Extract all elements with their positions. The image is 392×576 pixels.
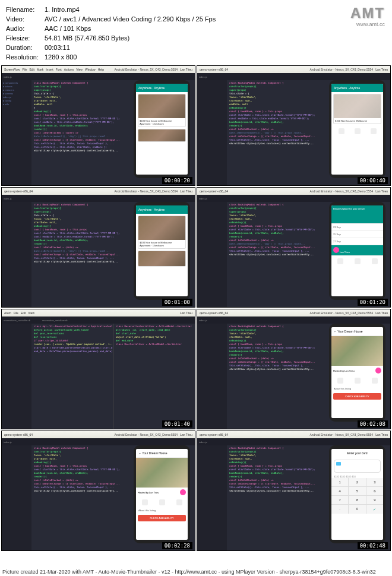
thumbnail-2: qemu-system-x86_64 Android Emulator - Ne… xyxy=(197,65,391,186)
audio-label: Audio: xyxy=(6,24,45,33)
thumbnail-grid: ScreenFlow File Edit Mark Insert Font Ac… xyxy=(0,64,392,552)
phone-mockup: Anywhere · Anytime $100 Nice house in Me… xyxy=(329,80,385,178)
menubar: qemu-system-x86_64 Android Emulator - Ne… xyxy=(2,188,195,195)
thumbnail-6: qemu-system-x86_64Android Emulator - Nex… xyxy=(197,309,391,429)
file-tree: ▸ components▸ actions▸ reducers▸ screens… xyxy=(2,80,31,185)
logo-url: www.amt.cc xyxy=(350,21,385,27)
menubar: qemu-system-x86_64 Android Emulator - Ne… xyxy=(197,66,390,73)
amt-logo: AMT www.amt.cc xyxy=(350,5,385,27)
phone-mockup: ← Your Dream House Hosted by Lan Trieu A… xyxy=(134,445,190,543)
timestamp: 00:02:48 xyxy=(358,542,388,549)
check-availability-button: CHECK AVAILABILITY xyxy=(138,515,186,521)
timestamp: 00:00:40 xyxy=(358,177,388,184)
phone-mockup: Enter your card 4242 4242 4242 424 1 2 3… xyxy=(329,445,385,543)
duration-value: 00:03:11 xyxy=(45,43,70,52)
resolution-value: 1280 x 800 xyxy=(45,52,77,62)
timestamp: 00:00:20 xyxy=(162,177,192,184)
tab-bar: index.js xyxy=(197,73,390,80)
filesize-label: Filesize: xyxy=(6,33,45,43)
audio-value: AAC / 101 Kbps xyxy=(45,24,91,33)
phone-search-header: Anywhere · Anytime xyxy=(136,84,188,92)
timestamp: 00:01:00 xyxy=(162,299,192,306)
filename-value: 1. Intro.mp4 xyxy=(45,5,80,14)
file-tree xyxy=(197,80,227,185)
phone-mockup: Beautiful place for your dream 23 Sep 25… xyxy=(329,202,385,300)
thumbnail-8: qemu-system-x86_64Android Emulator - Nex… xyxy=(197,431,391,551)
file-info-panel: Filename:1. Intro.mp4 Video:AVC / avc1 /… xyxy=(0,0,392,64)
filesize-value: 54.81 MB (57.476.850 Bytes) xyxy=(45,33,129,43)
thumbnail-1: ScreenFlow File Edit Mark Insert Font Ac… xyxy=(1,65,195,186)
video-label: Video: xyxy=(6,14,45,24)
thumbnail-4: qemu-system-x86_64Android Emulator - Nex… xyxy=(197,187,391,308)
timestamp: 00:02:08 xyxy=(358,420,388,428)
logo-text: AMT xyxy=(350,5,385,21)
tab-bar: index.js xyxy=(2,73,195,80)
video-value: AVC / avc1 / Advanced Video Coding / 2.2… xyxy=(45,14,216,24)
menubar: ScreenFlow File Edit Mark Insert Font Ac… xyxy=(2,66,195,73)
footer-credits: Picture created 21-Mar-2020 with AMT - A… xyxy=(0,568,392,576)
phone-mockup: Anywhere · Anytime $100 Nice house in Me… xyxy=(134,80,190,178)
timestamp: 00:01:40 xyxy=(162,420,192,428)
card-input xyxy=(334,460,381,473)
timestamp: 00:01:20 xyxy=(358,299,388,306)
phone-mockup: Anywhere · Anytime $100 Nice house in Me… xyxy=(134,202,190,300)
thumbnail-7: qemu-system-x86_64Android Emulator - Nex… xyxy=(1,431,195,551)
number-pad: 1 2 3 4 5 6 7 8 9 . 0 ✓ xyxy=(331,478,383,514)
thumbnail-5: AtomFileEditViewLan Trieu reservations_c… xyxy=(1,309,195,429)
phone-mockup: ← Your Dream House Hosted by Lan Trieu A… xyxy=(329,324,385,422)
resolution-label: Resolution: xyxy=(6,52,45,62)
thumbnail-3: qemu-system-x86_64 Android Emulator - Ne… xyxy=(1,187,195,308)
filename-label: Filename: xyxy=(6,5,45,14)
duration-label: Duration: xyxy=(6,43,45,52)
phone-search-header: Anywhere · Anytime xyxy=(331,84,383,92)
check-availability-button: CHECK AVAILABILITY xyxy=(333,393,381,400)
timestamp: 00:02:28 xyxy=(162,542,192,549)
